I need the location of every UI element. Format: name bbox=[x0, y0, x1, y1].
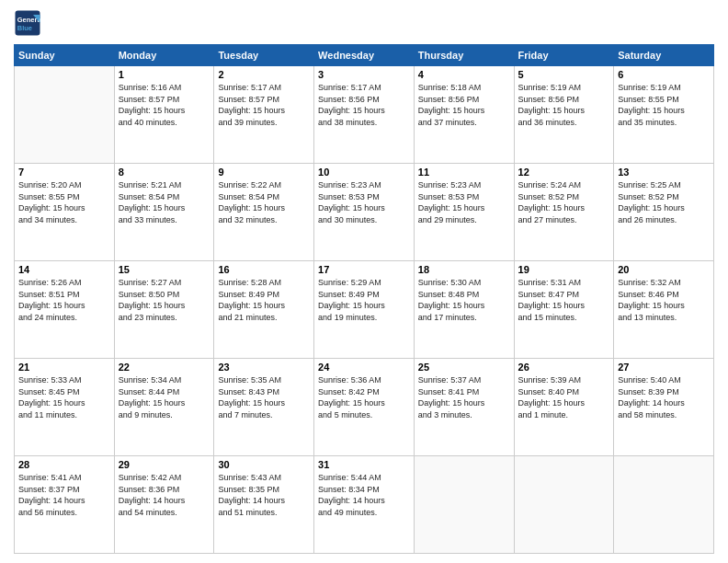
calendar-cell: 13Sunrise: 5:25 AM Sunset: 8:52 PM Dayli… bbox=[614, 164, 714, 261]
day-number: 4 bbox=[418, 69, 510, 80]
calendar-cell bbox=[414, 456, 514, 554]
day-info: Sunrise: 5:33 AM Sunset: 8:45 PM Dayligh… bbox=[18, 374, 110, 420]
day-info: Sunrise: 5:34 AM Sunset: 8:44 PM Dayligh… bbox=[119, 374, 210, 420]
day-info: Sunrise: 5:16 AM Sunset: 8:57 PM Dayligh… bbox=[119, 82, 210, 128]
logo: General Blue bbox=[14, 9, 41, 37]
weekday-header-friday: Friday bbox=[514, 45, 614, 66]
calendar-cell: 30Sunrise: 5:43 AM Sunset: 8:35 PM Dayli… bbox=[214, 456, 314, 554]
calendar-cell bbox=[614, 456, 714, 554]
day-info: Sunrise: 5:17 AM Sunset: 8:56 PM Dayligh… bbox=[318, 82, 410, 128]
calendar-cell: 23Sunrise: 5:35 AM Sunset: 8:43 PM Dayli… bbox=[214, 359, 314, 456]
calendar-cell: 21Sunrise: 5:33 AM Sunset: 8:45 PM Dayli… bbox=[15, 359, 115, 456]
day-info: Sunrise: 5:41 AM Sunset: 8:37 PM Dayligh… bbox=[18, 472, 110, 518]
day-info: Sunrise: 5:19 AM Sunset: 8:55 PM Dayligh… bbox=[618, 82, 710, 128]
day-number: 5 bbox=[518, 69, 610, 80]
calendar-cell: 4Sunrise: 5:18 AM Sunset: 8:56 PM Daylig… bbox=[414, 66, 514, 164]
calendar-cell: 9Sunrise: 5:22 AM Sunset: 8:54 PM Daylig… bbox=[214, 164, 314, 261]
calendar-cell: 20Sunrise: 5:32 AM Sunset: 8:46 PM Dayli… bbox=[614, 261, 714, 359]
calendar-cell: 11Sunrise: 5:23 AM Sunset: 8:53 PM Dayli… bbox=[414, 164, 514, 261]
day-number: 28 bbox=[18, 459, 110, 470]
day-number: 2 bbox=[218, 69, 310, 80]
calendar-cell: 16Sunrise: 5:28 AM Sunset: 8:49 PM Dayli… bbox=[214, 261, 314, 359]
day-number: 6 bbox=[618, 69, 710, 80]
calendar-cell: 27Sunrise: 5:40 AM Sunset: 8:39 PM Dayli… bbox=[614, 359, 714, 456]
day-info: Sunrise: 5:35 AM Sunset: 8:43 PM Dayligh… bbox=[218, 374, 310, 420]
week-row-2: 14Sunrise: 5:26 AM Sunset: 8:51 PM Dayli… bbox=[15, 261, 714, 359]
calendar-cell: 7Sunrise: 5:20 AM Sunset: 8:55 PM Daylig… bbox=[15, 164, 115, 261]
week-row-4: 28Sunrise: 5:41 AM Sunset: 8:37 PM Dayli… bbox=[15, 456, 714, 554]
day-info: Sunrise: 5:37 AM Sunset: 8:41 PM Dayligh… bbox=[418, 374, 510, 420]
weekday-header-row: SundayMondayTuesdayWednesdayThursdayFrid… bbox=[15, 45, 714, 66]
day-info: Sunrise: 5:21 AM Sunset: 8:54 PM Dayligh… bbox=[119, 179, 210, 225]
calendar-cell: 28Sunrise: 5:41 AM Sunset: 8:37 PM Dayli… bbox=[15, 456, 115, 554]
day-info: Sunrise: 5:36 AM Sunset: 8:42 PM Dayligh… bbox=[318, 374, 410, 420]
day-info: Sunrise: 5:42 AM Sunset: 8:36 PM Dayligh… bbox=[119, 472, 210, 518]
day-number: 3 bbox=[318, 69, 410, 80]
day-info: Sunrise: 5:25 AM Sunset: 8:52 PM Dayligh… bbox=[618, 179, 710, 225]
day-number: 16 bbox=[218, 264, 310, 275]
calendar-cell: 2Sunrise: 5:17 AM Sunset: 8:57 PM Daylig… bbox=[214, 66, 314, 164]
weekday-header-wednesday: Wednesday bbox=[314, 45, 415, 66]
day-info: Sunrise: 5:44 AM Sunset: 8:34 PM Dayligh… bbox=[318, 472, 410, 518]
calendar-page: General Blue SundayMondayTuesdayWednesda… bbox=[0, 0, 728, 563]
day-number: 17 bbox=[318, 264, 410, 275]
calendar-cell: 12Sunrise: 5:24 AM Sunset: 8:52 PM Dayli… bbox=[514, 164, 614, 261]
day-info: Sunrise: 5:19 AM Sunset: 8:56 PM Dayligh… bbox=[518, 82, 610, 128]
day-info: Sunrise: 5:23 AM Sunset: 8:53 PM Dayligh… bbox=[418, 179, 510, 225]
day-info: Sunrise: 5:30 AM Sunset: 8:48 PM Dayligh… bbox=[418, 277, 510, 323]
calendar-cell bbox=[15, 66, 115, 164]
calendar-cell: 24Sunrise: 5:36 AM Sunset: 8:42 PM Dayli… bbox=[314, 359, 415, 456]
day-number: 23 bbox=[218, 362, 310, 373]
day-number: 15 bbox=[119, 264, 210, 275]
day-info: Sunrise: 5:24 AM Sunset: 8:52 PM Dayligh… bbox=[518, 179, 610, 225]
day-number: 21 bbox=[18, 362, 110, 373]
calendar-cell: 14Sunrise: 5:26 AM Sunset: 8:51 PM Dayli… bbox=[15, 261, 115, 359]
calendar-cell: 31Sunrise: 5:44 AM Sunset: 8:34 PM Dayli… bbox=[314, 456, 415, 554]
calendar-cell: 3Sunrise: 5:17 AM Sunset: 8:56 PM Daylig… bbox=[314, 66, 415, 164]
day-info: Sunrise: 5:17 AM Sunset: 8:57 PM Dayligh… bbox=[218, 82, 310, 128]
day-info: Sunrise: 5:26 AM Sunset: 8:51 PM Dayligh… bbox=[18, 277, 110, 323]
day-number: 12 bbox=[518, 167, 610, 178]
day-number: 19 bbox=[518, 264, 610, 275]
day-number: 9 bbox=[218, 167, 310, 178]
weekday-header-thursday: Thursday bbox=[414, 45, 514, 66]
day-number: 22 bbox=[119, 362, 210, 373]
calendar-cell: 18Sunrise: 5:30 AM Sunset: 8:48 PM Dayli… bbox=[414, 261, 514, 359]
weekday-header-sunday: Sunday bbox=[15, 45, 115, 66]
weekday-header-tuesday: Tuesday bbox=[214, 45, 314, 66]
day-number: 11 bbox=[418, 167, 510, 178]
day-number: 14 bbox=[18, 264, 110, 275]
day-number: 26 bbox=[518, 362, 610, 373]
calendar-cell: 5Sunrise: 5:19 AM Sunset: 8:56 PM Daylig… bbox=[514, 66, 614, 164]
day-number: 31 bbox=[318, 459, 410, 470]
header: General Blue bbox=[14, 9, 714, 37]
calendar-cell: 10Sunrise: 5:23 AM Sunset: 8:53 PM Dayli… bbox=[314, 164, 415, 261]
day-number: 30 bbox=[218, 459, 310, 470]
week-row-3: 21Sunrise: 5:33 AM Sunset: 8:45 PM Dayli… bbox=[15, 359, 714, 456]
day-number: 13 bbox=[618, 167, 710, 178]
day-number: 25 bbox=[418, 362, 510, 373]
day-info: Sunrise: 5:31 AM Sunset: 8:47 PM Dayligh… bbox=[518, 277, 610, 323]
day-number: 10 bbox=[318, 167, 410, 178]
calendar-cell bbox=[514, 456, 614, 554]
day-number: 7 bbox=[18, 167, 110, 178]
week-row-1: 7Sunrise: 5:20 AM Sunset: 8:55 PM Daylig… bbox=[15, 164, 714, 261]
calendar-cell: 15Sunrise: 5:27 AM Sunset: 8:50 PM Dayli… bbox=[114, 261, 214, 359]
calendar-table: SundayMondayTuesdayWednesdayThursdayFrid… bbox=[14, 44, 714, 554]
day-info: Sunrise: 5:40 AM Sunset: 8:39 PM Dayligh… bbox=[618, 374, 710, 420]
day-number: 20 bbox=[618, 264, 710, 275]
logo-icon: General Blue bbox=[14, 9, 41, 37]
calendar-cell: 22Sunrise: 5:34 AM Sunset: 8:44 PM Dayli… bbox=[114, 359, 214, 456]
weekday-header-saturday: Saturday bbox=[614, 45, 714, 66]
week-row-0: 1Sunrise: 5:16 AM Sunset: 8:57 PM Daylig… bbox=[15, 66, 714, 164]
svg-text:Blue: Blue bbox=[17, 24, 32, 32]
day-number: 29 bbox=[119, 459, 210, 470]
day-info: Sunrise: 5:28 AM Sunset: 8:49 PM Dayligh… bbox=[218, 277, 310, 323]
day-number: 1 bbox=[119, 69, 210, 80]
day-info: Sunrise: 5:29 AM Sunset: 8:49 PM Dayligh… bbox=[318, 277, 410, 323]
day-number: 8 bbox=[119, 167, 210, 178]
day-info: Sunrise: 5:20 AM Sunset: 8:55 PM Dayligh… bbox=[18, 179, 110, 225]
calendar-cell: 26Sunrise: 5:39 AM Sunset: 8:40 PM Dayli… bbox=[514, 359, 614, 456]
calendar-cell: 8Sunrise: 5:21 AM Sunset: 8:54 PM Daylig… bbox=[114, 164, 214, 261]
calendar-cell: 6Sunrise: 5:19 AM Sunset: 8:55 PM Daylig… bbox=[614, 66, 714, 164]
